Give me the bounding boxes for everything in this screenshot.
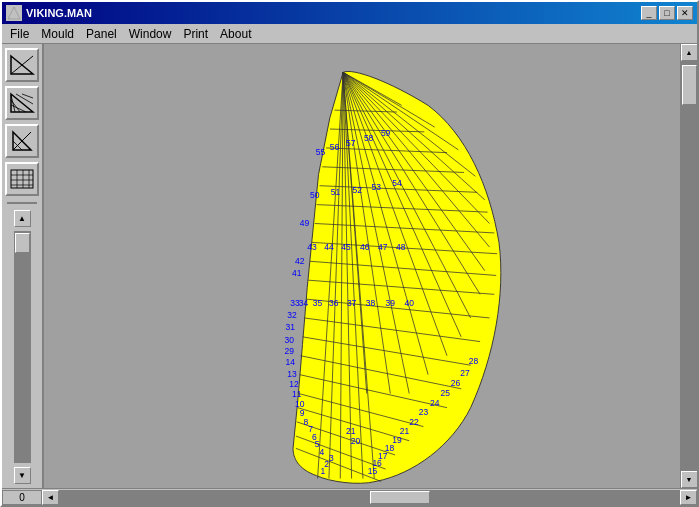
svg-text:44: 44: [324, 242, 334, 252]
svg-text:53: 53: [371, 182, 381, 192]
svg-text:43: 43: [307, 242, 317, 252]
svg-text:26: 26: [451, 378, 461, 388]
svg-text:39: 39: [386, 298, 396, 308]
scroll-track-vertical[interactable]: [681, 61, 698, 471]
grid-icon: [9, 166, 35, 192]
svg-line-7: [16, 94, 33, 104]
svg-text:38: 38: [366, 298, 376, 308]
grid-triangle-icon-1: [9, 90, 35, 116]
svg-text:56: 56: [330, 142, 340, 152]
svg-text:35: 35: [313, 298, 323, 308]
svg-text:20: 20: [351, 436, 361, 446]
tool-button-3[interactable]: [5, 124, 39, 158]
menu-bar: File Mould Panel Window Print About: [2, 24, 697, 44]
svg-text:10: 10: [295, 399, 305, 409]
minimize-button[interactable]: _: [641, 6, 657, 20]
scroll-down-button[interactable]: ▼: [681, 471, 698, 488]
svg-text:27: 27: [460, 368, 470, 378]
title-buttons: _ □ ✕: [641, 6, 693, 20]
svg-text:34: 34: [299, 298, 309, 308]
scroll-down-arrow: ▼: [686, 476, 693, 483]
svg-text:57: 57: [346, 138, 356, 148]
svg-text:9: 9: [300, 408, 305, 418]
svg-text:58: 58: [364, 133, 374, 143]
toolbar-divider: [7, 202, 37, 204]
svg-text:50: 50: [310, 190, 320, 200]
scroll-thumb-vertical[interactable]: [682, 65, 697, 105]
triangle-icon-1: [9, 52, 35, 78]
scroll-thumb-horizontal[interactable]: [370, 491, 430, 504]
menu-mould[interactable]: Mould: [35, 25, 80, 43]
svg-text:21: 21: [346, 426, 356, 436]
toolbar-scroll-up[interactable]: ▲: [14, 210, 31, 227]
svg-text:49: 49: [300, 218, 310, 228]
svg-text:3: 3: [329, 453, 334, 463]
close-button[interactable]: ✕: [677, 6, 693, 20]
svg-text:46: 46: [360, 242, 370, 252]
svg-text:7: 7: [308, 424, 313, 434]
horizontal-scrollbar: ◄ ►: [42, 490, 697, 505]
sail-diagram: 1 2 3 4 5 6 7 8 9 10 11 12 13 14 15 16 1…: [44, 44, 680, 488]
menu-print[interactable]: Print: [177, 25, 214, 43]
scroll-up-arrow: ▲: [686, 49, 693, 56]
menu-about[interactable]: About: [214, 25, 257, 43]
svg-text:41: 41: [292, 268, 302, 278]
svg-text:45: 45: [341, 242, 351, 252]
scroll-left-button[interactable]: ◄: [42, 490, 59, 505]
svg-text:4: 4: [319, 447, 324, 457]
scroll-up-button[interactable]: ▲: [681, 44, 698, 61]
svg-text:25: 25: [440, 388, 450, 398]
svg-text:22: 22: [409, 417, 419, 427]
svg-line-8: [22, 94, 33, 98]
title-bar-left: VIKING.MAN: [6, 5, 92, 21]
svg-text:12: 12: [289, 379, 299, 389]
main-area: ▲ ▼: [2, 44, 697, 488]
title-bar: VIKING.MAN _ □ ✕: [2, 2, 697, 24]
svg-text:14: 14: [285, 357, 295, 367]
toolbar-scroll-down[interactable]: ▼: [14, 467, 31, 484]
svg-text:37: 37: [347, 298, 357, 308]
svg-text:47: 47: [378, 242, 388, 252]
svg-text:32: 32: [287, 310, 297, 320]
svg-text:52: 52: [353, 185, 363, 195]
scroll-right-button[interactable]: ►: [680, 490, 697, 505]
svg-text:40: 40: [405, 298, 415, 308]
svg-text:42: 42: [295, 256, 305, 266]
vertical-scrollbar: ▲ ▼: [680, 44, 697, 488]
scroll-left-arrow: ◄: [47, 493, 55, 502]
status-position: 0: [2, 490, 42, 505]
scroll-track-horizontal[interactable]: [59, 490, 680, 505]
svg-text:21: 21: [400, 426, 410, 436]
tool-button-2[interactable]: [5, 86, 39, 120]
svg-text:59: 59: [381, 128, 391, 138]
svg-text:29: 29: [285, 346, 295, 356]
svg-text:23: 23: [419, 407, 429, 417]
main-window: VIKING.MAN _ □ ✕ File Mould Panel Window…: [0, 0, 699, 507]
svg-marker-0: [8, 7, 20, 19]
svg-text:28: 28: [469, 356, 479, 366]
svg-text:48: 48: [396, 242, 406, 252]
svg-text:11: 11: [292, 389, 302, 399]
svg-text:55: 55: [316, 147, 326, 157]
canvas-area: 1 2 3 4 5 6 7 8 9 10 11 12 13 14 15 16 1…: [44, 44, 680, 488]
app-icon: [6, 5, 22, 21]
svg-text:13: 13: [287, 369, 297, 379]
menu-window[interactable]: Window: [123, 25, 178, 43]
triangle-icon-2: [9, 128, 35, 154]
menu-file[interactable]: File: [4, 25, 35, 43]
svg-text:36: 36: [329, 298, 339, 308]
svg-text:24: 24: [430, 398, 440, 408]
svg-text:31: 31: [285, 322, 295, 332]
toolbar: ▲ ▼: [2, 44, 44, 488]
menu-panel[interactable]: Panel: [80, 25, 123, 43]
bottom-bar: 0 ◄ ►: [2, 488, 697, 505]
window-title: VIKING.MAN: [26, 7, 92, 19]
tool-button-1[interactable]: [5, 48, 39, 82]
maximize-button[interactable]: □: [659, 6, 675, 20]
svg-text:51: 51: [331, 187, 341, 197]
scroll-right-arrow: ►: [685, 493, 693, 502]
tool-button-4[interactable]: [5, 162, 39, 196]
svg-text:54: 54: [392, 178, 402, 188]
svg-text:30: 30: [285, 335, 295, 345]
